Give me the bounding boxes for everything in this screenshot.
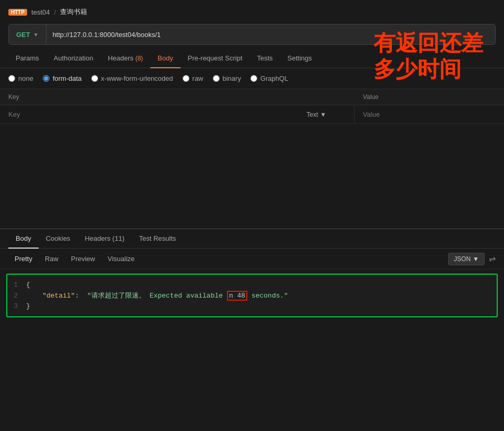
url-input[interactable]	[46, 31, 495, 39]
breadcrumb-project[interactable]: test04	[31, 8, 50, 16]
response-tab-body[interactable]: Body	[8, 229, 39, 249]
response-headers-badge: (11)	[112, 235, 124, 242]
highlight-box: n 48	[227, 291, 247, 301]
body-options: none form-data x-www-form-urlencoded raw…	[0, 68, 504, 89]
key-input[interactable]	[0, 105, 303, 124]
tab-tests[interactable]: Tests	[250, 49, 280, 68]
response-tabs: Body Cookies Headers (11) Test Results	[0, 229, 504, 249]
headers-badge: (8)	[135, 55, 143, 62]
empty-area: 有返回还差 多少时间	[0, 124, 504, 228]
breadcrumb-separator: /	[54, 8, 56, 16]
radio-form-data[interactable]: form-data	[43, 75, 82, 82]
code-viewer: 1 { 2 "detail": "请求超过了限速。 Expected avail…	[6, 274, 498, 317]
method-label: GET	[16, 31, 30, 39]
radio-graphql[interactable]: GraphQL	[250, 75, 288, 82]
code-line-3: 3 }	[7, 301, 497, 311]
http-badge: HTTP	[8, 9, 27, 16]
radio-none[interactable]: none	[8, 75, 33, 82]
response-tab-test-results[interactable]: Test Results	[131, 229, 183, 249]
json-type-label: JSON	[454, 255, 471, 263]
response-toolbar: Pretty Raw Preview Visualize JSON ▼ ⇌	[0, 249, 504, 269]
type-chevron-icon: ▼	[320, 111, 327, 118]
value-column-header: Value	[355, 89, 504, 105]
code-line-2: 2 "detail": "请求超过了限速。 Expected available…	[7, 290, 497, 301]
url-bar: GET ▼	[8, 24, 496, 45]
type-column-header	[303, 89, 355, 105]
response-tab-cookies[interactable]: Cookies	[39, 229, 78, 249]
chevron-down-icon: ▼	[33, 32, 39, 38]
tab-authorization[interactable]: Authorization	[46, 49, 101, 68]
wrap-icon[interactable]: ⇌	[489, 254, 496, 264]
form-row: Text ▼	[0, 105, 504, 124]
format-raw[interactable]: Raw	[39, 252, 65, 266]
breadcrumb: HTTP test04 / 查询书籍	[0, 0, 504, 22]
form-data-table: Key Value Text ▼	[0, 89, 504, 124]
json-chevron-icon: ▼	[473, 255, 479, 263]
format-visualize[interactable]: Visualize	[101, 252, 141, 266]
tab-settings[interactable]: Settings	[280, 49, 319, 68]
request-tabs: Params Authorization Headers (8) Body Pr…	[0, 49, 504, 68]
radio-urlencoded[interactable]: x-www-form-urlencoded	[91, 75, 173, 82]
tab-params[interactable]: Params	[8, 49, 46, 68]
tab-prerequest[interactable]: Pre-request Script	[181, 49, 250, 68]
json-type-select[interactable]: JSON ▼	[448, 253, 485, 265]
radio-raw[interactable]: raw	[183, 75, 203, 82]
radio-binary[interactable]: binary	[213, 75, 241, 82]
type-label: Text	[307, 111, 318, 118]
tab-body[interactable]: Body	[150, 49, 181, 68]
breadcrumb-current: 查询书籍	[60, 7, 87, 17]
format-pretty[interactable]: Pretty	[8, 252, 39, 266]
value-input[interactable]	[355, 105, 504, 124]
code-line-1: 1 {	[7, 280, 497, 290]
tab-headers[interactable]: Headers (8)	[101, 49, 150, 68]
response-tab-headers[interactable]: Headers (11)	[78, 229, 132, 249]
method-selector[interactable]: GET ▼	[9, 24, 46, 44]
key-column-header: Key	[0, 89, 303, 105]
response-section: Body Cookies Headers (11) Test Results P…	[0, 228, 504, 317]
format-preview[interactable]: Preview	[65, 252, 101, 266]
type-select-button[interactable]: Text ▼	[303, 106, 355, 124]
